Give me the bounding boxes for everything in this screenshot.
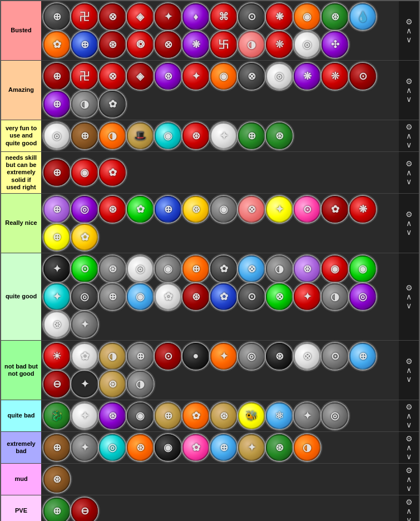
- icon-quite-good-13[interactable]: ◎: [71, 283, 98, 310]
- up-icon[interactable]: ∧: [406, 132, 412, 140]
- icon-not-bad-0[interactable]: ☀: [43, 343, 70, 370]
- up-icon[interactable]: ∧: [406, 86, 412, 94]
- icon-quite-good-10[interactable]: ◉: [322, 255, 348, 282]
- icon-not-bad-7[interactable]: ◎: [238, 343, 265, 370]
- icon-not-bad-4[interactable]: ⊙: [155, 343, 181, 370]
- icon-really-nice-9[interactable]: ⊙: [294, 196, 320, 223]
- up-icon[interactable]: ∧: [406, 444, 412, 451]
- icon-really-nice-1[interactable]: ◎: [71, 196, 98, 223]
- down-icon[interactable]: ∨: [406, 421, 412, 429]
- icon-really-nice-4[interactable]: ⊕: [155, 196, 181, 223]
- icon-not-bad-15[interactable]: ◑: [127, 371, 154, 397]
- icon-really-nice-2[interactable]: ⊛: [99, 196, 126, 223]
- icon-very-fun-8[interactable]: ⊛: [266, 122, 293, 149]
- icon-not-bad-9[interactable]: ⊗: [294, 343, 320, 370]
- icon-quite-good-14[interactable]: ⊕: [99, 283, 126, 310]
- icon-not-bad-3[interactable]: ⊕: [127, 343, 154, 370]
- icon-busted-6[interactable]: ⌘: [210, 3, 237, 30]
- icon-busted-4[interactable]: ✦: [155, 3, 181, 30]
- gear-icon[interactable]: ⚙: [406, 123, 413, 131]
- icon-busted-18[interactable]: 卐: [210, 31, 237, 58]
- icon-not-bad-2[interactable]: ◑: [99, 343, 126, 370]
- down-icon[interactable]: ∨: [406, 516, 412, 521]
- icon-not-bad-11[interactable]: ⊕: [349, 343, 376, 370]
- icon-quite-good-17[interactable]: ⊛: [182, 283, 209, 310]
- icon-very-fun-4[interactable]: ◉: [155, 122, 181, 149]
- icon-not-bad-10[interactable]: ⊙: [322, 343, 348, 370]
- icon-quite-bad-5[interactable]: ✿: [182, 402, 209, 429]
- icon-quite-bad-7[interactable]: 🐝: [238, 402, 265, 429]
- icon-quite-good-8[interactable]: ◑: [266, 255, 293, 282]
- icon-really-nice-0[interactable]: ⊕: [43, 196, 70, 223]
- icon-quite-good-22[interactable]: ◑: [322, 283, 348, 310]
- down-icon[interactable]: ∨: [406, 178, 412, 185]
- icon-quite-good-1[interactable]: ⊙: [71, 255, 98, 282]
- down-icon[interactable]: ∨: [406, 302, 412, 309]
- down-icon[interactable]: ∨: [406, 228, 412, 236]
- up-icon[interactable]: ∧: [406, 169, 412, 176]
- icon-quite-good-18[interactable]: ✿: [210, 283, 237, 310]
- gear-icon[interactable]: ⚙: [406, 160, 413, 168]
- icon-amazing-8[interactable]: ◎: [266, 63, 293, 90]
- icon-quite-good-9[interactable]: ⊛: [294, 255, 320, 282]
- icon-quite-good-16[interactable]: ✿: [155, 283, 181, 310]
- down-icon[interactable]: ∨: [406, 453, 412, 460]
- icon-quite-bad-3[interactable]: ◉: [127, 402, 154, 429]
- icon-not-bad-5[interactable]: ●: [182, 343, 209, 370]
- icon-pve-1[interactable]: ⊖: [71, 498, 98, 521]
- icon-extremely-bad-6[interactable]: ⊕: [210, 434, 237, 461]
- up-icon[interactable]: ∧: [406, 219, 412, 227]
- icon-extremely-bad-2[interactable]: ◎: [99, 434, 126, 461]
- icon-amazing-9[interactable]: ❋: [294, 63, 320, 90]
- up-icon[interactable]: ∧: [406, 27, 412, 35]
- icon-busted-19[interactable]: ◑: [238, 31, 265, 58]
- icon-busted-22[interactable]: ✣: [322, 31, 348, 58]
- icon-extremely-bad-5[interactable]: ✿: [182, 434, 209, 461]
- icon-not-bad-8[interactable]: ⊛: [266, 343, 293, 370]
- icon-extremely-bad-1[interactable]: ✦: [71, 434, 98, 461]
- icon-really-nice-12[interactable]: ⊕: [43, 224, 70, 250]
- icon-amazing-1[interactable]: 卍: [71, 63, 98, 90]
- icon-not-bad-6[interactable]: ✦: [210, 343, 237, 370]
- icon-extremely-bad-3[interactable]: ⊛: [127, 434, 154, 461]
- icon-pve-0[interactable]: ⊕: [43, 498, 70, 521]
- gear-icon[interactable]: ⚙: [406, 210, 413, 218]
- icon-amazing-13[interactable]: ◑: [71, 91, 98, 117]
- icon-quite-good-6[interactable]: ✿: [210, 255, 237, 282]
- up-icon[interactable]: ∧: [406, 412, 412, 420]
- icon-needs-skill-1[interactable]: ◉: [71, 159, 98, 186]
- icon-amazing-5[interactable]: ✦: [182, 63, 209, 90]
- icon-busted-10[interactable]: ⊛: [322, 3, 348, 30]
- up-icon[interactable]: ∧: [406, 366, 412, 374]
- icon-quite-good-25[interactable]: ✦: [71, 311, 98, 338]
- icon-quite-good-24[interactable]: ⊛: [43, 311, 70, 338]
- icon-amazing-14[interactable]: ✿: [99, 91, 126, 117]
- icon-busted-16[interactable]: ⊗: [155, 31, 181, 58]
- icon-very-fun-6[interactable]: ✦: [210, 122, 237, 149]
- icon-quite-bad-2[interactable]: ⊛: [99, 402, 126, 429]
- icon-quite-bad-0[interactable]: 🐉: [43, 402, 70, 429]
- icon-really-nice-13[interactable]: ✿: [71, 224, 98, 250]
- icon-quite-bad-10[interactable]: ◎: [322, 402, 348, 429]
- icon-amazing-0[interactable]: ⊕: [43, 63, 70, 90]
- up-icon[interactable]: ∧: [406, 507, 412, 515]
- icon-very-fun-3[interactable]: 🎩: [127, 122, 154, 149]
- icon-extremely-bad-7[interactable]: ✦: [238, 434, 265, 461]
- icon-quite-good-5[interactable]: ⊕: [182, 255, 209, 282]
- icon-quite-bad-1[interactable]: ✦: [71, 402, 98, 429]
- icon-busted-20[interactable]: ❊: [266, 31, 293, 58]
- icon-mud-0[interactable]: ⊛: [43, 466, 70, 493]
- down-icon[interactable]: ∨: [406, 375, 412, 383]
- icon-very-fun-5[interactable]: ⊛: [182, 122, 209, 149]
- down-icon[interactable]: ∨: [406, 36, 412, 43]
- icon-amazing-7[interactable]: ⊗: [238, 63, 265, 90]
- icon-not-bad-1[interactable]: ✿: [71, 343, 98, 370]
- gear-icon[interactable]: ⚙: [406, 435, 413, 443]
- icon-quite-good-23[interactable]: ◎: [349, 283, 376, 310]
- icon-very-fun-0[interactable]: ◎: [43, 122, 70, 149]
- icon-amazing-3[interactable]: ◈: [127, 63, 154, 90]
- icon-busted-8[interactable]: ❋: [266, 3, 293, 30]
- down-icon[interactable]: ∨: [406, 141, 412, 149]
- icon-quite-bad-4[interactable]: ⊕: [155, 402, 181, 429]
- icon-busted-13[interactable]: ⊕: [71, 31, 98, 58]
